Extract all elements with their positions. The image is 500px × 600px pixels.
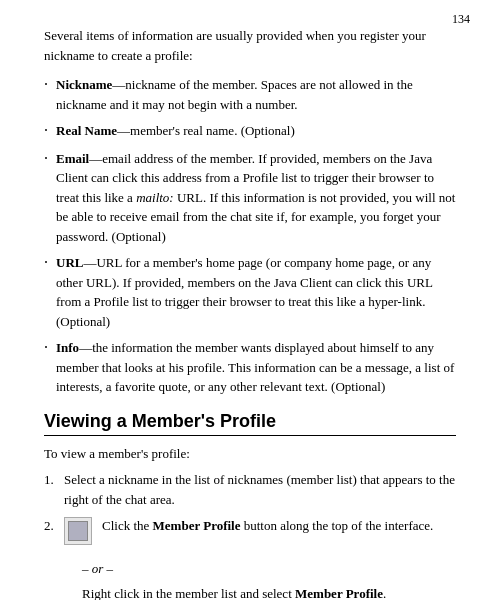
content: Several items of information are usually… (44, 26, 456, 600)
bullet-text: Real Name—member's real name. (Optional) (56, 121, 295, 141)
bullet-url: · URL—URL for a member's home page (or c… (44, 253, 456, 331)
bullet-info: · Info—the information the member wants … (44, 338, 456, 397)
steps-list: 1. Select a nickname in the list of nick… (44, 470, 456, 552)
term: Real Name (56, 123, 117, 138)
bullet-text: Info—the information the member wants di… (56, 338, 456, 397)
bullet-nickname: · Nickname—nickname of the member. Space… (44, 75, 456, 114)
member-profile-icon (64, 517, 92, 545)
bullet-text: URL—URL for a member's home page (or com… (56, 253, 456, 331)
step-2-block: Click the Member Profile button along th… (64, 516, 433, 545)
step-num: 1. (44, 470, 58, 490)
bullet-email: · Email—email address of the member. If … (44, 149, 456, 247)
member-profile-bold: Member Profile (153, 518, 241, 533)
step-num: 2. (44, 516, 58, 536)
page-number: 134 (452, 12, 470, 27)
right-click-instruction: Right click in the member list and selec… (82, 584, 456, 600)
bullet-dot: · (44, 121, 48, 142)
mailto-italic: mailto: (136, 190, 174, 205)
bullet-realname: · Real Name—member's real name. (Optiona… (44, 121, 456, 142)
term: URL (56, 255, 83, 270)
bullet-dot: · (44, 253, 48, 274)
term: Info (56, 340, 79, 355)
step-2: 2. Click the Member Profile button along… (44, 516, 456, 552)
or-separator: – or – (82, 559, 456, 579)
bullet-dot: · (44, 149, 48, 170)
member-profile-bold2: Member Profile (295, 586, 383, 600)
step-1: 1. Select a nickname in the list of nick… (44, 470, 456, 509)
term: Email (56, 151, 89, 166)
bullet-dot: · (44, 75, 48, 96)
step-2-text: Click the Member Profile button along th… (102, 516, 433, 536)
intro-paragraph: Several items of information are usually… (44, 26, 456, 65)
bullet-text: Email—email address of the member. If pr… (56, 149, 456, 247)
profile-bullets: · Nickname—nickname of the member. Space… (44, 75, 456, 397)
section-heading-viewing: Viewing a Member's Profile (44, 411, 456, 436)
bullet-text: Nickname—nickname of the member. Spaces … (56, 75, 456, 114)
term: Nickname (56, 77, 112, 92)
icon-inner (68, 521, 88, 541)
bullet-dot: · (44, 338, 48, 359)
step-text: Select a nickname in the list of nicknam… (64, 470, 456, 509)
viewing-intro: To view a member's profile: (44, 444, 456, 464)
page: 134 Several items of information are usu… (0, 0, 500, 600)
or-italic: – or – (82, 561, 113, 576)
